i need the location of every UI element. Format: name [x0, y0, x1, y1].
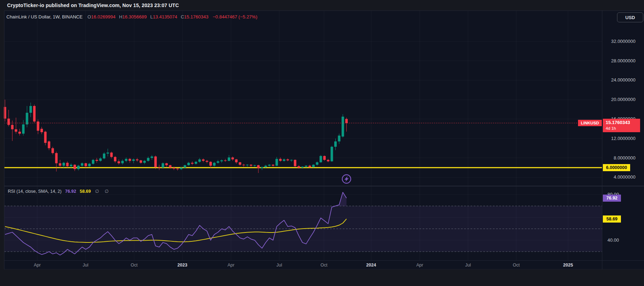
tradingview-screenshot: CryptoTicker-io published on TradingView… [0, 0, 644, 286]
time-tick-label: Apr [416, 263, 423, 268]
symbol-legend[interactable]: ChainLink / US Dollar, 1W, BINANCEO16.02… [6, 14, 257, 20]
rsi-title: RSI (14, close, SMA, 14, 2) [8, 189, 61, 194]
low-prefix: L [150, 14, 153, 19]
price-tick-label: 20.0000000 [604, 97, 635, 102]
price-tick-label: 12.0000000 [604, 136, 635, 141]
price-tick-label: 24.0000000 [604, 77, 635, 83]
time-tick-label: Oct [513, 263, 519, 268]
price-tick-label: 8.0000000 [604, 155, 635, 161]
price-tick-label: 28.0000000 [604, 58, 635, 63]
currency-label: USD [625, 15, 635, 20]
time-tick-label: 2024 [366, 263, 376, 268]
rsi-current-value: 76.92 [65, 189, 76, 194]
rsi-tick-label: 40.00 [607, 237, 632, 243]
last-price-badge: 15.1760343 4d 1h [603, 119, 640, 132]
high-value: 16.3056689 [122, 14, 147, 19]
last-price-value: 15.1760343 [606, 120, 640, 125]
time-tick-label: Jul [465, 263, 471, 268]
rsi-sma-value: 58.69 [80, 189, 91, 194]
rsi-legend[interactable]: RSI (14, close, SMA, 14, 2)76.9258.69∅ ∅ [8, 189, 111, 194]
time-tick-label: Oct [320, 263, 327, 268]
symbol-title: ChainLink / US Dollar, 1W, BINANCE [6, 14, 83, 19]
footer-bar: TradingView [0, 269, 644, 286]
time-tick-label: Apr [227, 263, 234, 268]
high-prefix: H [119, 14, 122, 19]
change-value: −0.8447467 (−5.27%) [213, 14, 257, 19]
bar-countdown: 4d 1h [606, 125, 640, 131]
time-tick-label: 2023 [177, 263, 187, 268]
price-tick-label: 32.0000000 [604, 39, 635, 44]
rsi-value-badge: 76.92 [603, 195, 621, 202]
low-value: 13.4135074 [153, 14, 177, 19]
price-tick-label: 4.0000000 [604, 174, 635, 180]
currency-toggle-button[interactable]: USD [617, 12, 643, 22]
time-tick-label: Apr [34, 263, 40, 268]
rsi-extra-symbols: ∅ ∅ [95, 189, 111, 194]
open-value: 16.0269994 [91, 14, 116, 19]
last-price-symbol-flag: LINKUSD [578, 120, 602, 126]
close-prefix: C [181, 14, 184, 19]
time-tick-label: 2025 [563, 263, 573, 268]
open-prefix: O [88, 14, 91, 19]
close-value: 15.1760343 [184, 14, 209, 19]
level-price-badge: 6.0000000 [603, 164, 630, 171]
time-tick-label: Jul [83, 263, 88, 268]
time-tick-label: Oct [131, 263, 137, 268]
rsi-sma-badge: 58.69 [603, 215, 621, 223]
chart-graphics[interactable] [0, 0, 644, 286]
time-tick-label: Jul [276, 263, 282, 268]
